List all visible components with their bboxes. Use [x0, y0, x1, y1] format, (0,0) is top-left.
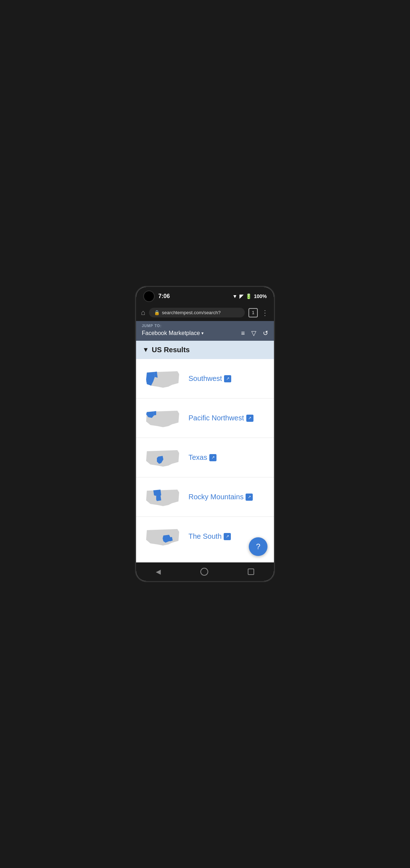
collapse-chevron-icon: ▼: [143, 346, 149, 354]
bottom-nav: ◀: [136, 562, 274, 581]
jump-to-bar: JUMP TO: Facebook Marketplace ▾ ≡ ▽ ↺: [136, 321, 274, 341]
help-fab-button[interactable]: ?: [249, 537, 267, 556]
history-icon[interactable]: ↺: [263, 329, 268, 337]
map-pacific-northwest: [143, 406, 183, 430]
select-chevron-icon: ▾: [201, 331, 204, 336]
map-southwest: [143, 367, 183, 390]
signal-icon: ◤: [239, 293, 243, 299]
region-name-texas: Texas ↗: [188, 453, 216, 462]
status-left: 7:06: [143, 291, 170, 302]
region-item-southwest[interactable]: Southwest ↗: [136, 359, 274, 398]
status-bar: 7:06 ▼ ◤ 🔋 100%: [136, 287, 274, 305]
tab-count[interactable]: 1: [248, 308, 258, 317]
jump-to-label: JUMP TO:: [142, 324, 268, 328]
url-bar[interactable]: 🔒 searchtempest.com/search?: [149, 308, 245, 317]
question-mark-icon: ?: [256, 542, 260, 551]
marketplace-name: Facebook Marketplace: [142, 330, 200, 336]
recents-button[interactable]: [248, 569, 254, 575]
url-text: searchtempest.com/search?: [162, 310, 220, 315]
lock-icon: 🔒: [154, 310, 160, 315]
status-time: 7:06: [158, 293, 170, 299]
region-name-the-south: The South ↗: [188, 532, 231, 541]
region-name-southwest: Southwest ↗: [188, 374, 231, 383]
map-the-south: [143, 525, 183, 548]
status-right: ▼ ◤ 🔋 100%: [232, 293, 267, 299]
home-icon[interactable]: ⌂: [141, 308, 145, 317]
external-link-icon-pnw: ↗: [246, 415, 253, 422]
home-button[interactable]: [200, 568, 208, 576]
jump-controls: Facebook Marketplace ▾ ≡ ▽ ↺: [142, 329, 268, 337]
region-item-texas[interactable]: Texas ↗: [136, 438, 274, 477]
battery-icon: 🔋: [246, 293, 252, 299]
external-link-icon-rm: ↗: [246, 494, 253, 501]
marketplace-select[interactable]: Facebook Marketplace ▾: [142, 330, 204, 336]
us-results-title: US Results: [152, 346, 190, 354]
back-button[interactable]: ◀: [156, 568, 161, 576]
browser-bar: ⌂ 🔒 searchtempest.com/search? 1 ⋮: [136, 305, 274, 321]
external-link-icon-tx: ↗: [209, 454, 216, 461]
results-list: Southwest ↗ Pacific Northwest ↗: [136, 359, 274, 562]
us-results-header[interactable]: ▼ US Results: [136, 341, 274, 359]
external-link-icon-south: ↗: [224, 533, 231, 540]
battery-percent: 100%: [254, 293, 267, 299]
external-link-icon: ↗: [224, 375, 231, 382]
map-texas: [143, 446, 183, 469]
funnel-icon[interactable]: ▽: [251, 329, 256, 337]
menu-dots-icon[interactable]: ⋮: [261, 308, 269, 317]
camera-circle: [143, 291, 155, 302]
map-rocky-mountains: [143, 485, 183, 509]
region-name-rocky-mountains: Rocky Mountains ↗: [188, 493, 253, 501]
phone-frame: 7:06 ▼ ◤ 🔋 100% ⌂ 🔒 searchtempest.com/se…: [135, 286, 275, 582]
filter-lines-icon[interactable]: ≡: [241, 330, 245, 337]
region-item-pacific-northwest[interactable]: Pacific Northwest ↗: [136, 398, 274, 438]
wifi-icon: ▼: [232, 293, 237, 299]
region-item-rocky-mountains[interactable]: Rocky Mountains ↗: [136, 477, 274, 517]
region-name-pacific-northwest: Pacific Northwest ↗: [188, 414, 253, 422]
